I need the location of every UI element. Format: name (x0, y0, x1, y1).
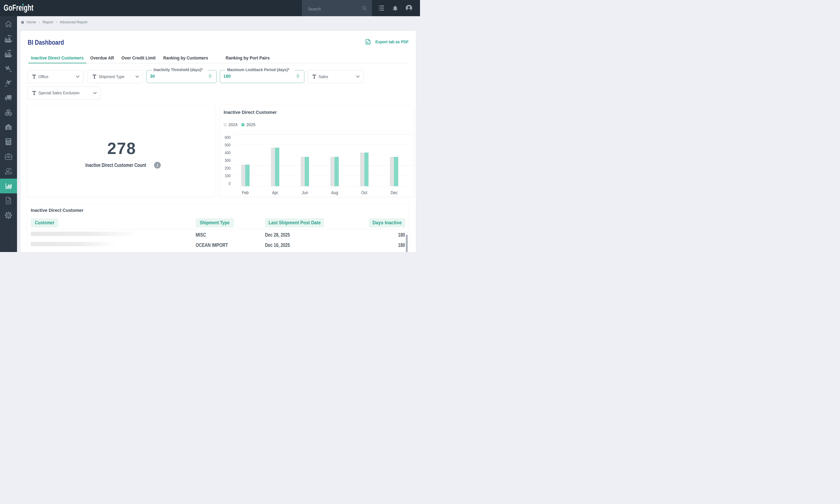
svg-text:i: i (157, 163, 158, 167)
